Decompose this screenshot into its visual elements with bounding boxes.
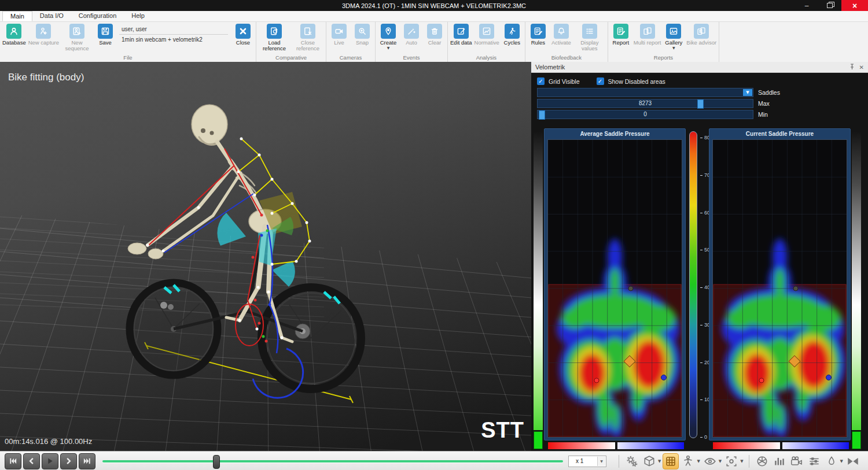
settings-gears-button[interactable] bbox=[624, 453, 640, 469]
edit-data-button[interactable]: Edit data bbox=[449, 24, 473, 46]
title-bar[interactable]: 3DMA 2024.1 (OT) - 1MIN SIN WEBCAM + VEL… bbox=[0, 0, 868, 11]
playback-speed-select[interactable]: x 1 ▼ bbox=[568, 456, 606, 467]
load-reference-label: Load reference bbox=[259, 40, 290, 52]
report-label: Report bbox=[613, 40, 630, 46]
load-reference-button[interactable]: Load reference bbox=[258, 24, 291, 52]
group-cameras: Live Snap Cameras bbox=[326, 22, 376, 62]
gallery-dropdown-caret[interactable]: ▼ bbox=[672, 46, 675, 50]
close-window-button[interactable]: × bbox=[841, 0, 868, 11]
edit-pencil-icon bbox=[454, 24, 469, 39]
previous-frame-button[interactable] bbox=[23, 453, 40, 469]
normative-label: Normative bbox=[475, 40, 499, 46]
show-disabled-checkbox[interactable]: ✓ bbox=[597, 77, 604, 85]
activate-button[interactable]: Activate bbox=[550, 24, 573, 46]
aperture-button[interactable] bbox=[754, 453, 770, 469]
save-button[interactable]: Save bbox=[94, 24, 117, 46]
tab-main[interactable]: Main bbox=[2, 11, 32, 21]
edit-data-label: Edit data bbox=[450, 40, 472, 46]
skeleton-dropdown-caret[interactable]: ▼ bbox=[697, 459, 700, 464]
speed-dropdown-caret[interactable]: ▼ bbox=[597, 457, 605, 466]
tab-help[interactable]: Help bbox=[124, 11, 152, 21]
report-doc-icon bbox=[613, 24, 628, 39]
create-dropdown-caret[interactable]: ▼ bbox=[387, 46, 390, 50]
normative-button[interactable]: Normative bbox=[473, 24, 501, 46]
group-analysis: Edit data Normative Cycles Analysis bbox=[448, 22, 525, 62]
video-camera-button[interactable] bbox=[789, 453, 805, 469]
frame-dropdown-caret[interactable]: ▼ bbox=[740, 459, 743, 464]
3d-cube-button[interactable] bbox=[641, 453, 657, 469]
create-event-button[interactable]: Create ▼ bbox=[377, 24, 400, 50]
current-pressure-heatmap bbox=[712, 139, 847, 438]
right-force-indicator bbox=[852, 431, 861, 449]
skeleton-view-button[interactable] bbox=[680, 453, 696, 469]
grid-view-button[interactable] bbox=[663, 453, 679, 469]
velometrik-panel: Velometrik ✕ ✓ Grid Visible ✓ Show Disab… bbox=[531, 62, 868, 451]
close-panel-icon[interactable]: ✕ bbox=[859, 64, 864, 71]
tab-data-io[interactable]: Data I/O bbox=[32, 11, 71, 21]
bike-3d-scene bbox=[0, 62, 531, 451]
group-analysis-label: Analysis bbox=[449, 54, 524, 62]
load-reference-icon bbox=[267, 24, 282, 39]
heatmap-canvas bbox=[713, 140, 847, 437]
close-reference-icon bbox=[300, 24, 315, 39]
render-mirror-button[interactable] bbox=[845, 453, 861, 469]
grid-visible-checkbox[interactable]: ✓ bbox=[537, 77, 545, 85]
close-reference-button[interactable]: Close reference bbox=[291, 24, 325, 52]
velometrik-panel-header[interactable]: Velometrik ✕ bbox=[531, 62, 868, 73]
rules-button[interactable]: Rules bbox=[527, 24, 550, 46]
timeline-thumb[interactable] bbox=[213, 455, 220, 469]
pin-icon[interactable] bbox=[849, 64, 855, 71]
thermometer-dropdown-caret[interactable]: ▼ bbox=[840, 459, 843, 464]
thermometer-button[interactable] bbox=[823, 453, 840, 469]
database-button[interactable]: Database bbox=[1, 24, 27, 46]
eye-dropdown-caret[interactable]: ▼ bbox=[719, 459, 722, 464]
cycles-button[interactable]: Cycles bbox=[501, 24, 524, 46]
max-slider-thumb[interactable] bbox=[697, 99, 704, 109]
timeline-track[interactable] bbox=[102, 460, 563, 462]
group-cameras-label: Cameras bbox=[328, 54, 374, 62]
new-sequence-button[interactable]: New sequence bbox=[60, 24, 94, 52]
snap-label: Snap bbox=[356, 40, 369, 46]
timeline-slider[interactable] bbox=[102, 455, 563, 468]
save-icon bbox=[98, 24, 113, 39]
group-biofeedback: Rules Activate Display values Biofeedbac… bbox=[525, 22, 608, 62]
min-slider-thumb[interactable] bbox=[539, 110, 545, 120]
snap-magnifier-icon bbox=[355, 24, 370, 39]
snap-button[interactable]: Snap bbox=[351, 24, 374, 46]
left-peak-marker bbox=[759, 378, 764, 383]
new-capture-button[interactable]: New capture bbox=[27, 24, 60, 46]
dropdown-arrow-icon[interactable]: ▼ bbox=[743, 89, 752, 96]
sliders-button[interactable] bbox=[806, 453, 822, 469]
display-values-button[interactable]: Display values bbox=[573, 24, 606, 52]
visibility-eye-button[interactable] bbox=[702, 453, 718, 469]
chart-button[interactable] bbox=[771, 453, 788, 469]
bike-advisor-button[interactable]: Bike advisor bbox=[685, 24, 718, 46]
toolbar-divider bbox=[619, 455, 619, 468]
last-frame-button[interactable] bbox=[79, 453, 95, 469]
multi-report-icon bbox=[640, 24, 655, 39]
maximize-button[interactable] bbox=[818, 0, 841, 11]
tab-configuration[interactable]: Configuration bbox=[71, 11, 124, 21]
3d-viewport[interactable]: Bike fitting (body) 00m:14s.016 @ 100.00… bbox=[0, 62, 531, 451]
focus-frame-button[interactable] bbox=[723, 453, 740, 469]
max-slider[interactable]: 8273 bbox=[537, 99, 753, 108]
min-slider[interactable]: 0 bbox=[537, 110, 753, 119]
multi-report-button[interactable]: Multi report bbox=[632, 24, 663, 46]
clear-events-button[interactable]: Clear bbox=[423, 24, 446, 46]
live-button[interactable]: Live bbox=[328, 24, 351, 46]
grid-visible-label: Grid Visible bbox=[549, 78, 580, 85]
report-button[interactable]: Report bbox=[609, 24, 632, 46]
first-frame-button[interactable] bbox=[5, 453, 21, 469]
auto-events-button[interactable]: Auto bbox=[400, 24, 423, 46]
play-button[interactable] bbox=[42, 453, 58, 469]
live-label: Live bbox=[334, 40, 344, 46]
playback-speed-value: x 1 bbox=[576, 458, 583, 464]
gallery-button[interactable]: Gallery ▼ bbox=[662, 24, 685, 50]
display-values-label: Display values bbox=[574, 40, 605, 52]
cube-dropdown-caret[interactable]: ▼ bbox=[658, 459, 661, 464]
saddles-dropdown[interactable]: ▼ bbox=[537, 88, 753, 97]
close-file-button[interactable]: Close bbox=[231, 24, 255, 46]
average-pressure-heatmap bbox=[547, 139, 682, 438]
minimize-button[interactable]: – bbox=[795, 0, 818, 11]
next-frame-button[interactable] bbox=[60, 453, 77, 469]
